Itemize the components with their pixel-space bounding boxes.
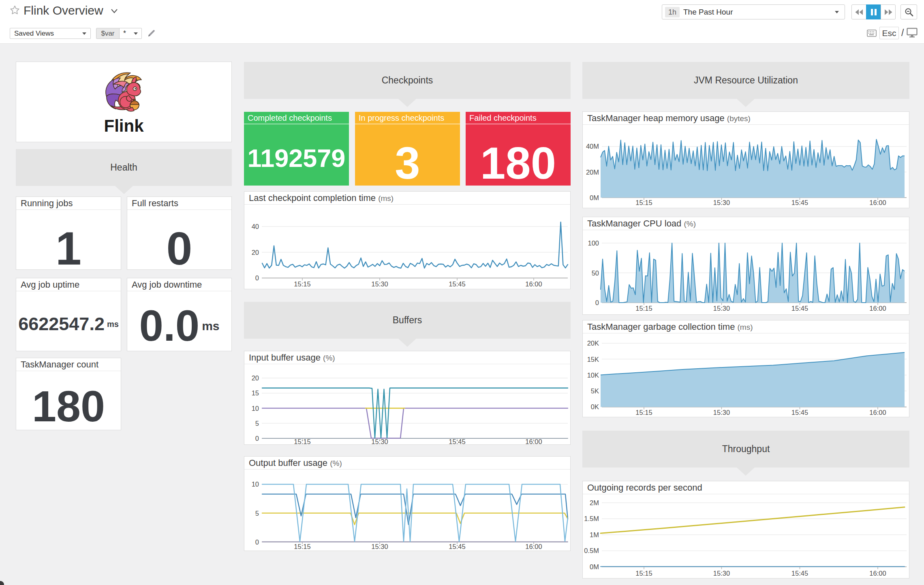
svg-text:15:15: 15:15 — [294, 280, 310, 288]
svg-text:2M: 2M — [590, 499, 599, 506]
svg-text:20M: 20M — [586, 169, 599, 176]
svg-text:0: 0 — [595, 299, 599, 306]
svg-text:100: 100 — [588, 239, 599, 247]
svg-text:15:30: 15:30 — [371, 280, 388, 288]
svg-text:15:15: 15:15 — [635, 570, 652, 577]
svg-text:1.5M: 1.5M — [584, 515, 599, 522]
svg-text:5K: 5K — [591, 387, 599, 395]
svg-text:15:30: 15:30 — [713, 199, 730, 206]
svg-text:16:00: 16:00 — [525, 280, 542, 288]
svg-text:0M: 0M — [590, 563, 599, 570]
svg-text:15:30: 15:30 — [713, 409, 730, 416]
svg-text:15K: 15K — [587, 356, 599, 363]
svg-text:15:45: 15:45 — [791, 570, 808, 577]
svg-text:15:15: 15:15 — [635, 305, 652, 312]
svg-text:16:00: 16:00 — [869, 409, 886, 416]
svg-text:16:00: 16:00 — [869, 570, 886, 577]
svg-text:15:45: 15:45 — [791, 409, 808, 416]
svg-text:16:00: 16:00 — [869, 199, 886, 206]
svg-text:0.5M: 0.5M — [584, 547, 599, 554]
svg-text:20: 20 — [252, 374, 259, 382]
svg-text:0K: 0K — [591, 403, 599, 410]
svg-text:16:00: 16:00 — [525, 438, 542, 445]
svg-text:1M: 1M — [590, 531, 599, 538]
svg-text:5: 5 — [255, 420, 259, 427]
svg-text:15:45: 15:45 — [791, 199, 808, 206]
svg-text:5: 5 — [255, 510, 259, 517]
svg-text:15:15: 15:15 — [635, 199, 652, 206]
svg-text:15:15: 15:15 — [294, 543, 310, 550]
svg-text:16:00: 16:00 — [525, 543, 542, 550]
svg-text:50: 50 — [592, 269, 599, 277]
svg-text:15:30: 15:30 — [713, 570, 730, 577]
svg-text:15:45: 15:45 — [449, 280, 465, 288]
svg-text:0: 0 — [255, 435, 259, 442]
svg-text:10: 10 — [252, 405, 259, 412]
svg-text:0: 0 — [255, 538, 259, 546]
svg-text:15:45: 15:45 — [791, 305, 808, 312]
svg-text:40: 40 — [252, 223, 259, 230]
svg-text:15:15: 15:15 — [635, 409, 652, 416]
svg-text:10: 10 — [252, 480, 259, 488]
svg-text:16:00: 16:00 — [869, 305, 886, 312]
svg-text:15:15: 15:15 — [294, 438, 310, 445]
svg-text:15:30: 15:30 — [713, 305, 730, 312]
svg-text:0M: 0M — [590, 194, 599, 201]
svg-text:20: 20 — [252, 249, 259, 256]
svg-text:10K: 10K — [587, 371, 599, 379]
svg-text:15:45: 15:45 — [449, 543, 465, 550]
svg-text:15:30: 15:30 — [371, 543, 388, 550]
svg-text:15:30: 15:30 — [371, 438, 388, 445]
svg-text:0: 0 — [255, 274, 259, 282]
svg-text:15: 15 — [252, 389, 259, 397]
svg-text:40M: 40M — [586, 143, 599, 150]
svg-text:15:45: 15:45 — [449, 438, 465, 445]
svg-text:20K: 20K — [587, 339, 599, 347]
